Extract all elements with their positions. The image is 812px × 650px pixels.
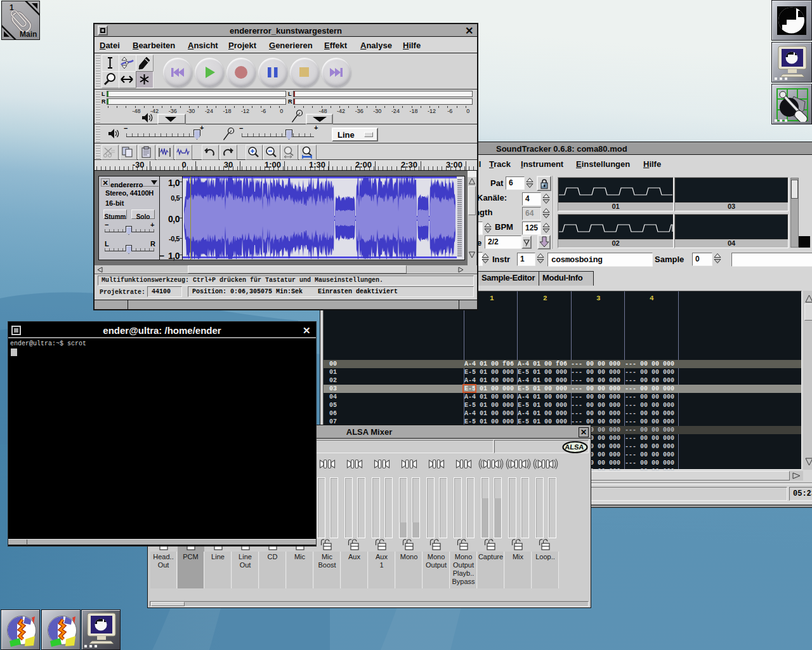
svg-text:ALSA: ALSA [565,444,584,451]
